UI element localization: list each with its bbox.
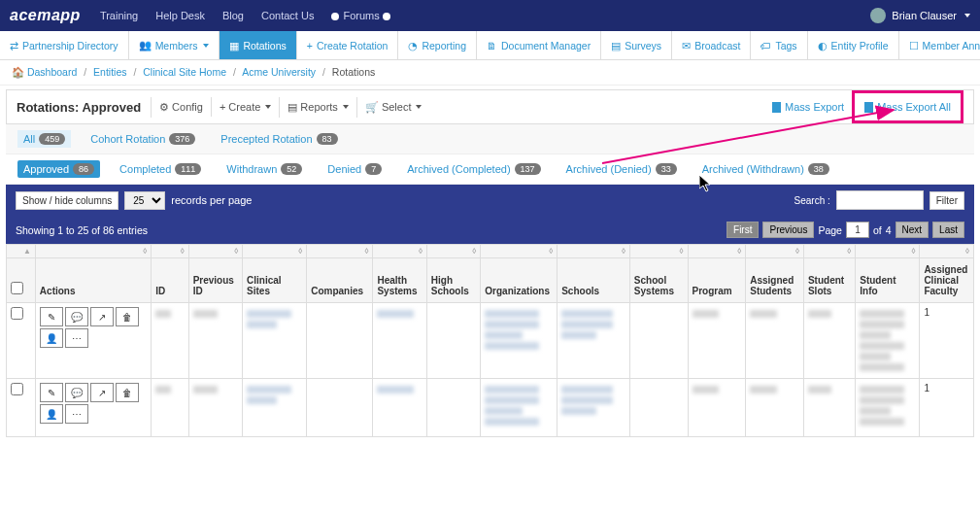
select-button[interactable]: 🛒 Select — [356, 97, 430, 118]
tab-archived-withdrawn[interactable]: Archived (Withdrawn) 38 — [696, 160, 835, 178]
mass-export-button[interactable]: Mass Export — [764, 97, 852, 117]
tab-precepted-rotation[interactable]: Precepted Rotation 83 — [215, 130, 343, 148]
caret-down-icon — [343, 105, 349, 109]
table-sort-row — [7, 245, 974, 258]
crumb-clinical-site-home[interactable]: Clinical Site Home — [143, 66, 226, 78]
topnav-contact[interactable]: Contact Us — [261, 10, 314, 21]
status-tabs: Approved 86 Completed 111 Withdrawn 52 D… — [6, 154, 974, 185]
pager-page-input[interactable] — [846, 222, 869, 238]
row-actions: ✎ 💬 ↗ 🗑 👤 ⋯ — [40, 383, 141, 424]
cell-clinical-sites[interactable] — [247, 386, 302, 404]
search-input[interactable] — [836, 190, 924, 210]
chat-icon[interactable]: 💬 — [65, 383, 88, 402]
crumb-acme-university[interactable]: Acme University — [242, 66, 316, 78]
records-per-page-select[interactable]: 25 — [124, 191, 165, 210]
crumb-dashboard[interactable]: Dashboard — [27, 66, 77, 78]
tab-archived-denied[interactable]: Archived (Denied) 33 — [560, 160, 683, 178]
mass-export-all-button[interactable]: Mass Export All — [852, 90, 963, 123]
create-button[interactable]: + Create — [211, 97, 279, 117]
user-icon[interactable]: 👤 — [40, 328, 63, 348]
col-organizations: Organizations — [481, 258, 558, 303]
top-navbar: acemapp Training Help Desk Blog Contact … — [0, 0, 980, 31]
cell-organizations[interactable] — [485, 386, 553, 426]
cell-assigned-faculty: 1 — [920, 303, 974, 379]
nav-document-manager[interactable]: 🗎 Document Manager — [477, 31, 601, 59]
topnav-forums[interactable]: Forums — [331, 10, 393, 21]
caret-down-icon — [203, 44, 209, 48]
chat-icon[interactable]: 💬 — [65, 307, 88, 326]
tab-all[interactable]: All 459 — [17, 130, 71, 148]
config-button[interactable]: ⚙ Config — [151, 97, 211, 118]
share-icon[interactable]: ↗ — [90, 383, 114, 402]
nav-member-announcements[interactable]: ☐ Member Announcements — [899, 31, 980, 59]
nav-rotations[interactable]: ▦ Rotations — [220, 31, 296, 59]
reports-button[interactable]: ▤ Reports — [279, 97, 356, 118]
rotation-type-tabs: All 459 Cohort Rotation 376 Precepted Ro… — [6, 124, 974, 154]
cell-schools[interactable] — [561, 386, 625, 415]
more-icon[interactable]: ⋯ — [65, 404, 88, 424]
nav-entity-profile[interactable]: ◐ Entity Profile — [808, 31, 899, 59]
row-actions: ✎ 💬 ↗ 🗑 👤 ⋯ — [40, 307, 141, 348]
cell-organizations[interactable] — [485, 310, 553, 350]
edit-icon[interactable]: ✎ — [40, 307, 63, 326]
row-checkbox[interactable] — [11, 383, 23, 395]
share-icon[interactable]: ↗ — [90, 307, 114, 326]
pager-of-label: of — [873, 224, 882, 236]
pagination: First Previous Page of 4 Next Last — [727, 222, 964, 238]
nav-members[interactable]: 👥 Members — [129, 31, 220, 59]
cell-student-info — [860, 310, 915, 371]
nav-broadcast[interactable]: ✉ Broadcast — [672, 31, 751, 59]
table-header-row: Actions ID Previous ID Clinical Sites Co… — [7, 258, 974, 303]
crumb-entities[interactable]: Entities — [93, 66, 126, 78]
tab-cohort-rotation[interactable]: Cohort Rotation 376 — [84, 130, 201, 148]
cell-id — [155, 386, 184, 393]
cell-assigned-faculty: 1 — [920, 379, 974, 437]
col-health-systems: Health Systems — [373, 258, 426, 303]
nav-partnership-directory[interactable]: ⇄ Partnership Directory — [0, 31, 129, 59]
user-menu[interactable]: Brian Clauser — [870, 8, 970, 23]
export-icon — [772, 102, 781, 113]
search-label: Search : — [794, 195, 830, 206]
nav-create-rotation[interactable]: + Create Rotation — [297, 31, 399, 59]
tab-withdrawn[interactable]: Withdrawn 52 — [220, 160, 308, 178]
cell-health-systems[interactable] — [377, 386, 422, 393]
cell-id — [155, 310, 184, 318]
cell-schools[interactable] — [561, 310, 625, 339]
nav-reporting[interactable]: ◔ Reporting — [398, 31, 477, 59]
filter-button[interactable]: Filter — [929, 191, 964, 210]
more-icon[interactable]: ⋯ — [65, 328, 88, 348]
pager-last[interactable]: Last — [932, 222, 964, 238]
edit-icon[interactable]: ✎ — [40, 383, 63, 402]
user-icon[interactable]: 👤 — [40, 404, 63, 424]
delete-icon[interactable]: 🗑 — [116, 307, 139, 326]
row-checkbox[interactable] — [11, 307, 23, 320]
rotations-table: Actions ID Previous ID Clinical Sites Co… — [6, 244, 974, 437]
cell-program — [693, 310, 742, 318]
pager-previous[interactable]: Previous — [762, 222, 814, 238]
table-row: ✎ 💬 ↗ 🗑 👤 ⋯ 1 — [7, 379, 974, 437]
select-all-checkbox[interactable] — [11, 282, 23, 294]
cell-clinical-sites[interactable] — [247, 310, 302, 328]
delete-icon[interactable]: 🗑 — [116, 383, 139, 402]
nav-tags[interactable]: 🏷 Tags — [751, 31, 807, 59]
tab-approved[interactable]: Approved 86 — [17, 160, 100, 178]
col-companies: Companies — [307, 258, 373, 303]
tab-denied[interactable]: Denied 7 — [321, 160, 388, 178]
brand-logo[interactable]: acemapp — [10, 7, 81, 24]
topnav-blog[interactable]: Blog — [222, 10, 244, 21]
topnav-links: Training Help Desk Blog Contact Us Forum… — [100, 10, 870, 21]
caret-down-icon — [964, 14, 970, 17]
col-high-schools: High Schools — [426, 258, 480, 303]
topnav-helpdesk[interactable]: Help Desk — [155, 10, 205, 21]
pager-first[interactable]: First — [727, 222, 759, 238]
topnav-training[interactable]: Training — [100, 10, 138, 21]
tab-archived-completed[interactable]: Archived (Completed) 137 — [401, 160, 546, 178]
col-sort[interactable] — [7, 245, 36, 258]
cell-health-systems[interactable] — [377, 310, 422, 318]
pager-next[interactable]: Next — [896, 222, 929, 238]
cell-previous-id — [193, 310, 238, 318]
radio-icon — [383, 13, 390, 20]
tab-completed[interactable]: Completed 111 — [114, 160, 207, 178]
show-hide-columns-button[interactable]: Show / hide columns — [16, 191, 118, 210]
nav-surveys[interactable]: ▤ Surveys — [601, 31, 672, 59]
